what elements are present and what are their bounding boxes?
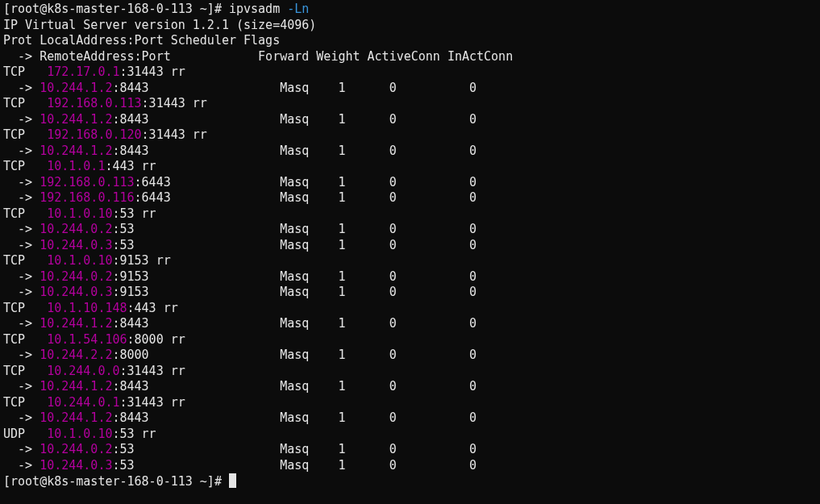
real-ip: 10.244.0.3 (40, 458, 112, 473)
inactive-conn: 0 (469, 458, 477, 473)
arrow: -> (3, 269, 40, 284)
virtual-server-line: TCP 10.244.0.0:31443 rr (3, 364, 817, 380)
header-remote: RemoteAddress:Port (40, 49, 258, 64)
arrow: -> (3, 81, 40, 95)
weight: 1 (338, 379, 389, 394)
final-prompt-line: [root@k8s-master-168-0-113 ~]# (3, 473, 817, 490)
header-row-1: Prot LocalAddress:Port Scheduler Flags (3, 33, 817, 49)
weight: 1 (338, 285, 389, 299)
forward-method: Masq (280, 190, 338, 205)
real-ip: 10.244.0.2 (40, 222, 112, 236)
real-ip: 10.244.0.2 (40, 442, 112, 456)
weight: 1 (338, 348, 389, 362)
real-port: :53 (112, 238, 134, 252)
weight: 1 (338, 112, 389, 127)
arrow: -> (3, 112, 40, 127)
active-conn: 0 (389, 269, 469, 284)
protocol: TCP (3, 253, 47, 268)
command: ipvsadm (229, 2, 287, 16)
virtual-ip: 10.244.0.1 (47, 395, 119, 410)
real-server-line: -> 10.244.1.2:8443 Masq 1 0 0 (3, 316, 817, 332)
active-conn: 0 (389, 348, 469, 362)
virtual-server-line: TCP 172.17.0.1:31443 rr (3, 65, 817, 81)
virtual-server-line: TCP 10.244.0.1:31443 rr (3, 395, 817, 411)
forward-method: Masq (280, 222, 338, 236)
real-server-line: -> 10.244.0.3:53 Masq 1 0 0 (3, 458, 817, 474)
virtual-port: :9153 rr (112, 253, 170, 268)
protocol: TCP (3, 206, 47, 221)
forward-method: Masq (280, 175, 338, 190)
shell-prompt: [root@k8s-master-168-0-113 ~]# (3, 474, 229, 489)
header-weight: Weight (316, 49, 367, 64)
arrow: -> (3, 238, 40, 252)
arrow: -> (3, 222, 40, 236)
real-port: :8000 (112, 348, 148, 362)
header-activeconn: ActiveConn (368, 49, 447, 64)
virtual-port: :53 rr (112, 206, 156, 221)
protocol: TCP (3, 65, 47, 79)
real-ip: 10.244.1.2 (40, 112, 112, 127)
real-ip: 10.244.1.2 (40, 144, 112, 158)
virtual-ip: 10.1.0.10 (47, 253, 112, 268)
weight: 1 (338, 410, 389, 425)
header-row-2: -> RemoteAddress:Port Forward Weight Act… (3, 49, 817, 65)
forward-method: Masq (280, 238, 338, 252)
virtual-server-line: UDP 10.1.0.10:53 rr (3, 427, 817, 443)
inactive-conn: 0 (469, 81, 477, 95)
forward-method: Masq (280, 269, 338, 284)
terminal[interactable]: [root@k8s-master-168-0-113 ~]# ipvsadm -… (0, 0, 820, 492)
active-conn: 0 (389, 112, 469, 127)
protocol: TCP (3, 395, 47, 410)
real-ip: 10.244.1.2 (40, 410, 112, 425)
virtual-server-line: TCP 10.1.0.10:53 rr (3, 206, 817, 223)
inactive-conn: 0 (469, 379, 477, 394)
weight: 1 (338, 190, 389, 205)
virtual-ip: 172.17.0.1 (47, 65, 119, 79)
virtual-ip: 10.1.0.10 (47, 206, 112, 221)
real-server-line: -> 10.244.0.3:9153 Masq 1 0 0 (3, 285, 817, 301)
real-port: :53 (112, 442, 134, 456)
inactive-conn: 0 (469, 238, 477, 252)
protocol: TCP (3, 301, 47, 315)
forward-method: Masq (280, 348, 338, 362)
protocol: UDP (3, 427, 47, 441)
real-port: :8443 (112, 81, 148, 95)
active-conn: 0 (389, 238, 469, 252)
forward-method: Masq (280, 112, 338, 127)
virtual-ip: 192.168.0.120 (47, 127, 141, 142)
active-conn: 0 (389, 458, 469, 473)
arrow: -> (3, 175, 40, 190)
active-conn: 0 (389, 316, 469, 331)
protocol: TCP (3, 159, 47, 173)
real-port: :8443 (112, 144, 148, 158)
real-server-line: -> 192.168.0.116:6443 Masq 1 0 0 (3, 190, 817, 206)
inactive-conn: 0 (469, 316, 477, 331)
real-server-line: -> 10.244.0.2:53 Masq 1 0 0 (3, 222, 817, 238)
arrow: -> (3, 316, 40, 331)
weight: 1 (338, 222, 389, 236)
inactive-conn: 0 (469, 112, 477, 127)
virtual-server-line: TCP 10.1.0.1:443 rr (3, 159, 817, 175)
command-flags: -Ln (287, 2, 309, 16)
active-conn: 0 (389, 379, 469, 394)
forward-method: Masq (280, 316, 338, 331)
inactive-conn: 0 (469, 190, 477, 205)
real-ip: 10.244.1.2 (40, 81, 112, 95)
real-server-line: -> 10.244.1.2:8443 Masq 1 0 0 (3, 112, 817, 128)
weight: 1 (338, 269, 389, 284)
real-ip: 10.244.0.2 (40, 269, 112, 284)
arrow: -> (3, 379, 40, 394)
real-ip: 10.244.1.2 (40, 316, 112, 331)
real-server-line: -> 10.244.1.2:8443 Masq 1 0 0 (3, 81, 817, 97)
inactive-conn: 0 (469, 442, 477, 456)
protocol: TCP (3, 364, 47, 378)
weight: 1 (338, 316, 389, 331)
real-server-line: -> 10.244.0.3:53 Masq 1 0 0 (3, 238, 817, 254)
shell-prompt: [root@k8s-master-168-0-113 ~]# (3, 2, 229, 16)
virtual-server-line: TCP 10.1.10.148:443 rr (3, 301, 817, 317)
forward-method: Masq (280, 285, 338, 299)
real-port: :9153 (112, 269, 148, 284)
forward-method: Masq (280, 442, 338, 456)
virtual-ip: 10.1.0.1 (47, 159, 105, 173)
virtual-ip: 10.1.10.148 (47, 301, 127, 315)
